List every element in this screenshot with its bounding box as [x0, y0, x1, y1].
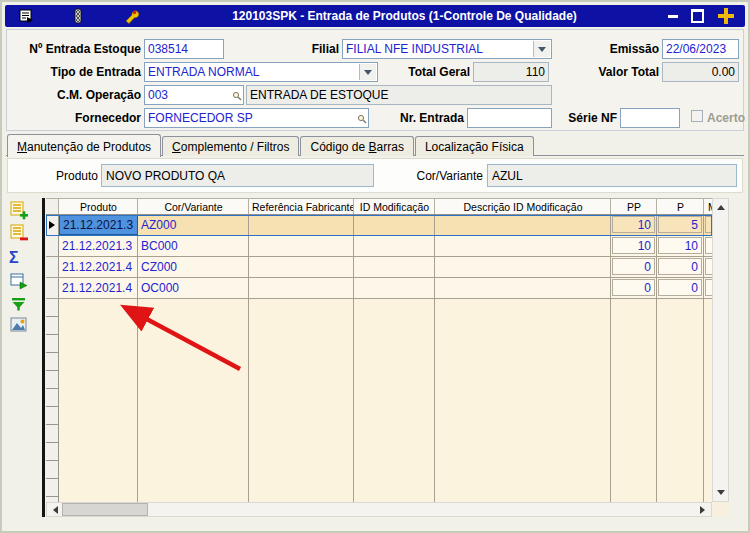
app-window: 120103SPK - Entrada de Produtos (1-Contr…: [0, 0, 750, 533]
filter-icon[interactable]: [9, 293, 33, 314]
close-plus-button[interactable]: [717, 7, 735, 25]
cm-operacao-descricao-field: ENTRADA DE ESTOQUE: [246, 85, 552, 105]
cell-p[interactable]: 0: [657, 257, 704, 277]
cell-pp[interactable]: 10: [611, 236, 657, 256]
tab-bar: Manutenção de Produtos Complemento / Fil…: [7, 133, 535, 156]
cell-descricao[interactable]: [435, 215, 611, 235]
cell-cor-variante[interactable]: OC000: [138, 278, 249, 298]
cell-id-modificacao[interactable]: [354, 278, 435, 298]
execute-icon[interactable]: [9, 270, 33, 291]
cell-pp[interactable]: 0: [611, 278, 657, 298]
maximize-button[interactable]: [691, 9, 704, 23]
cell-pp[interactable]: 0: [611, 257, 657, 277]
column-header-pp[interactable]: PP: [611, 199, 657, 214]
row-indicator-cell: [46, 236, 59, 256]
products-grid[interactable]: Produto Cor/Variante Referência Fabrican…: [46, 198, 712, 502]
scroll-right-button[interactable]: [696, 503, 710, 516]
emissao-field[interactable]: 22/06/2023: [662, 39, 739, 59]
cm-operacao-value: 003: [148, 88, 168, 102]
table-row[interactable]: 21.12.2021.3 BC000 10 10: [46, 236, 712, 257]
traffic-light-icon[interactable]: [69, 8, 87, 24]
cell-referencia[interactable]: [249, 215, 354, 235]
cor-variante-field: AZUL: [487, 164, 737, 187]
column-header-p[interactable]: P: [657, 199, 704, 214]
cell-m[interactable]: [704, 215, 712, 235]
tipo-entrada-value: ENTRADA NORMAL: [148, 65, 259, 79]
serie-nf-label: Série NF: [543, 111, 617, 125]
cell-cor-variante[interactable]: AZ000: [138, 215, 249, 235]
filial-label: Filial: [203, 42, 339, 56]
cell-p[interactable]: 10: [657, 236, 704, 256]
cell-referencia[interactable]: [249, 278, 354, 298]
cell-produto[interactable]: 21.12.2021.4: [59, 257, 138, 277]
cell-id-modificacao[interactable]: [354, 257, 435, 277]
acerto-label: Acerto: [707, 111, 750, 125]
filial-dropdown-button[interactable]: [533, 41, 550, 57]
table-row[interactable]: 21.12.2021.4 OC000 0 0: [46, 278, 712, 299]
column-header-descricao[interactable]: Descrição ID Modificação: [435, 199, 611, 214]
cell-descricao[interactable]: [435, 278, 611, 298]
column-header-produto[interactable]: Produto: [59, 199, 138, 214]
cell-produto[interactable]: 21.12.2021.4: [59, 278, 138, 298]
form-icon[interactable]: [17, 8, 35, 24]
cell-id-modificacao[interactable]: [354, 236, 435, 256]
cm-operacao-field[interactable]: 003: [144, 85, 244, 105]
tab-localizacao-fisica[interactable]: Localização Física: [415, 136, 534, 156]
cell-id-modificacao[interactable]: [354, 215, 435, 235]
fornecedor-label: Fornecedor: [7, 111, 141, 125]
cell-referencia[interactable]: [249, 236, 354, 256]
minimize-button[interactable]: [668, 15, 678, 18]
delete-row-icon[interactable]: [9, 222, 33, 243]
column-header-cor-variante[interactable]: Cor/Variante: [138, 199, 249, 214]
cell-produto[interactable]: 21.12.2021.3: [59, 236, 138, 256]
horizontal-scrollbar[interactable]: [46, 502, 712, 517]
grid-divider-bar: [42, 198, 45, 517]
filial-select[interactable]: FILIAL NFE INDUSTRIAL: [342, 39, 552, 59]
scroll-down-button[interactable]: [713, 486, 728, 500]
table-row[interactable]: 21.12.2021.3 AZ000 10 5: [46, 215, 712, 236]
cell-p[interactable]: 5: [657, 215, 704, 235]
tab-manutencao-de-produtos[interactable]: Manutenção de Produtos: [7, 134, 161, 157]
cell-descricao[interactable]: [435, 236, 611, 256]
column-header-m[interactable]: M: [704, 199, 712, 214]
tab-codigo-de-barras[interactable]: Código de Barras: [300, 136, 413, 156]
indicator-header-cell: [46, 199, 59, 214]
filial-value: FILIAL NFE INDUSTRIAL: [346, 42, 483, 56]
titlebar[interactable]: 120103SPK - Entrada de Produtos (1-Contr…: [5, 5, 745, 27]
acerto-checkbox[interactable]: [691, 110, 703, 122]
add-row-icon[interactable]: [9, 199, 33, 220]
total-geral-label: Total Geral: [343, 65, 470, 79]
column-header-referencia[interactable]: Referência Fabricante: [249, 199, 354, 214]
cor-variante-label: Cor/Variante: [388, 169, 483, 183]
emissao-label: Emissão: [563, 42, 659, 56]
chevron-left-icon: [49, 506, 58, 514]
cell-referencia[interactable]: [249, 257, 354, 277]
row-indicator-cell: [46, 257, 59, 277]
sum-icon[interactable]: Σ: [9, 247, 33, 268]
tipo-entrada-label: Tipo de Entrada: [7, 65, 141, 79]
lookup-magnifier-icon[interactable]: [232, 90, 242, 104]
produto-label: Produto: [18, 169, 98, 183]
cell-produto[interactable]: 21.12.2021.3: [59, 215, 138, 235]
cell-cor-variante[interactable]: CZ000: [138, 257, 249, 277]
scrollbar-thumb[interactable]: [62, 503, 148, 516]
fornecedor-field[interactable]: FORNECEDOR SP: [144, 108, 369, 128]
serie-nf-field[interactable]: [620, 108, 680, 128]
table-row[interactable]: 21.12.2021.4 CZ000 0 0: [46, 257, 712, 278]
wrench-icon[interactable]: [123, 8, 141, 24]
scroll-left-button[interactable]: [48, 503, 62, 516]
cell-m[interactable]: [704, 278, 712, 298]
cell-descricao[interactable]: [435, 257, 611, 277]
image-icon[interactable]: [9, 314, 33, 335]
cell-pp[interactable]: 10: [611, 215, 657, 235]
scroll-up-button[interactable]: [713, 200, 728, 214]
cell-p[interactable]: 0: [657, 278, 704, 298]
cell-cor-variante[interactable]: BC000: [138, 236, 249, 256]
valor-total-field: 0.00: [662, 62, 739, 82]
tab-complemento-filtros[interactable]: Complemento / Filtros: [162, 136, 299, 156]
nr-entrada-field[interactable]: [467, 108, 552, 128]
column-header-id-modificacao[interactable]: ID Modificação: [354, 199, 435, 214]
vertical-scrollbar[interactable]: [712, 198, 729, 502]
cell-m[interactable]: [704, 236, 712, 256]
cell-m[interactable]: [704, 257, 712, 277]
